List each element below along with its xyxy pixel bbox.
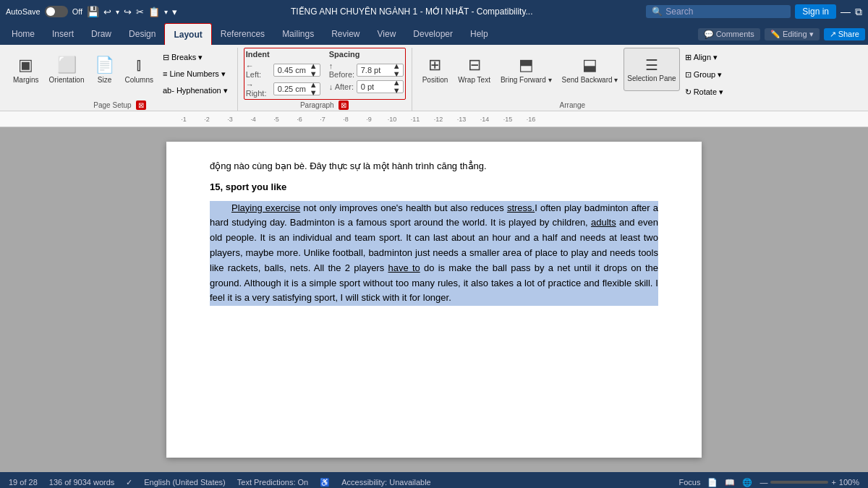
view-mode-web[interactable]: 🌐 [742,478,752,487]
focus-button[interactable]: Focus [678,478,700,487]
zoom-controls: — + 100% [760,478,859,487]
margins-button[interactable]: ▣ Margins [9,48,43,91]
page-setup-small-col: ⊟ Breaks ▾ ≡ Line Numbers ▾ ab- Hyphenat… [159,48,231,98]
accessibility-icon[interactable]: ♿ [320,478,330,487]
undo-dropdown-icon[interactable]: ▾ [116,8,119,16]
redo-icon[interactable]: ↪ [124,7,132,17]
rotate-button[interactable]: ↻ Rotate ▾ [681,84,727,100]
tab-home[interactable]: Home [3,23,43,45]
zoom-level[interactable]: 100% [839,478,859,487]
ruler-mark: ·16 [519,116,542,123]
tab-draw[interactable]: Draw [82,23,120,45]
page-setup-dialog-launcher[interactable]: ⊠ [136,100,146,110]
autosave-label: AutoSave [6,7,41,16]
status-bar: 19 of 28 136 of 9034 words ✓ English (Un… [0,472,868,488]
indent-left-row: ← Left: 0.45 cm ▲ ▼ [246,61,320,79]
send-backward-button[interactable]: ⬓ Send Backward ▾ [558,48,623,91]
accessibility-status: Accessibility: Unavailable [341,478,431,487]
document-page[interactable]: động nào cùng bạn bè. Đây thực sự là một… [166,142,702,458]
indent-left-down[interactable]: ▼ [307,70,318,78]
indent-right-down[interactable]: ▼ [307,89,318,97]
restore-btn[interactable]: ⧉ [855,6,862,18]
ruler-mark: ·7 [311,116,334,123]
group-button[interactable]: ⊡ Group ▾ [681,67,727,82]
group-paragraph: Indent ← Left: 0.45 cm ▲ ▼ [238,48,412,111]
spacing-before-input[interactable]: 7.8 pt ▲ ▼ [357,64,404,77]
ruler-mark: ·14 [473,116,496,123]
breaks-icon: ⊟ [163,53,169,62]
editing-button[interactable]: ✏️ Editing ▾ [765,28,820,40]
indent-right-spinner[interactable]: ▲ ▼ [307,81,318,97]
language[interactable]: English (United States) [144,478,226,487]
tab-help[interactable]: Help [461,23,497,45]
save-icon[interactable]: 💾 [87,6,99,17]
ruler-mark: ·5 [265,116,288,123]
line-numbers-icon: ≡ [163,69,167,78]
spacing-after-input[interactable]: 0 pt ▲ ▼ [357,80,404,93]
spacing-before-down[interactable]: ▼ [391,70,401,78]
signin-button[interactable]: Sign in [795,4,836,19]
document-area: động nào cùng bạn bè. Đây thực sự là một… [0,127,868,472]
ribbon: ▣ Margins ⬜ Orientation 📄 Size ⫿ Columns… [0,45,868,111]
tab-review[interactable]: Review [323,23,368,45]
indent-right-input[interactable]: 0.25 cm ▲ ▼ [273,82,320,95]
comments-button[interactable]: 💬 Comments [698,28,760,40]
indent-left-spinner[interactable]: ▲ ▼ [307,62,318,78]
customize-icon[interactable]: ▾ [172,7,177,17]
title-bar: AutoSave Off 💾 ↩ ▾ ↪ ✂ 📋 ▾ ▾ TIẾNG ANH C… [0,0,868,23]
selected-paragraph[interactable]: Playing exercise not only improves one's… [210,201,658,307]
spacing-after-down[interactable]: ▼ [391,87,401,95]
search-input[interactable] [665,7,774,17]
orientation-button[interactable]: ⬜ Orientation [45,48,89,91]
cut-icon[interactable]: ✂ [136,7,144,17]
selection-pane-button[interactable]: ☰ Selection Pane [624,48,679,91]
proofing-icon[interactable]: ✓ [126,478,132,487]
columns-button[interactable]: ⫿ Columns [121,48,158,91]
search-box[interactable]: 🔍 [646,5,791,18]
spacing-after-label: ↓ After: [329,82,354,91]
copy-icon[interactable]: 📋 [148,7,160,17]
indent-left-input[interactable]: 0.45 cm ▲ ▼ [273,64,320,77]
position-button[interactable]: ⊞ Position [418,48,453,91]
tab-insert[interactable]: Insert [43,23,82,45]
line-numbers-button[interactable]: ≡ Line Numbers ▾ [159,66,231,82]
autosave-state: Off [72,7,82,16]
spacing-group: Spacing ↑ Before: 7.8 pt ▲ ▼ [329,50,404,98]
undo-icon[interactable]: ↩ [103,7,111,17]
paragraph-dialog-launcher[interactable]: ⊠ [339,100,349,110]
tab-developer[interactable]: Developer [404,23,461,45]
ruler-mark: ·3 [218,116,242,123]
zoom-out-button[interactable]: — [760,478,767,487]
autosave-toggle[interactable] [45,6,68,17]
spacing-before-spinner[interactable]: ▲ ▼ [391,62,401,78]
ruler-mark: ·9 [357,116,380,123]
wrap-text-button[interactable]: ⊟ Wrap Text [454,48,495,91]
size-button[interactable]: 📄 Size [90,48,119,91]
send-backward-icon: ⬓ [582,56,597,74]
paragraph-before: động nào cùng bạn bè. Đây thực sự là một… [210,159,658,174]
zoom-slider[interactable] [770,481,828,484]
share-button[interactable]: ↗ Share [824,28,865,40]
tab-view[interactable]: View [369,23,405,45]
text-predictions[interactable]: Text Predictions: On [237,478,308,487]
selection-pane-icon: ☰ [645,56,658,74]
minimize-btn[interactable]: — [841,6,851,17]
view-mode-print[interactable]: 📄 [707,478,718,487]
hyphenation-button[interactable]: ab- Hyphenation ▾ [159,82,231,98]
paragraph-content: Indent ← Left: 0.45 cm ▲ ▼ [244,48,406,100]
arrange-label: Arrange [418,100,727,111]
breaks-button[interactable]: ⊟ Breaks ▾ [159,49,231,65]
tab-mailings[interactable]: Mailings [273,23,323,45]
zoom-in-button[interactable]: + [831,478,835,487]
toggle-knob [46,7,55,16]
spacing-after-spinner[interactable]: ▲ ▼ [391,79,401,95]
view-mode-read[interactable]: 📖 [725,478,735,487]
search-icon: 🔍 [652,7,663,17]
tab-design[interactable]: Design [120,23,164,45]
align-button[interactable]: ⊞ Align ▾ [681,49,727,65]
group-icon: ⊡ [685,70,692,80]
tab-references[interactable]: References [212,23,273,45]
tab-layout[interactable]: Layout [164,23,211,45]
copy-dropdown-icon[interactable]: ▾ [164,8,168,16]
bring-forward-button[interactable]: ⬒ Bring Forward ▾ [496,48,556,91]
